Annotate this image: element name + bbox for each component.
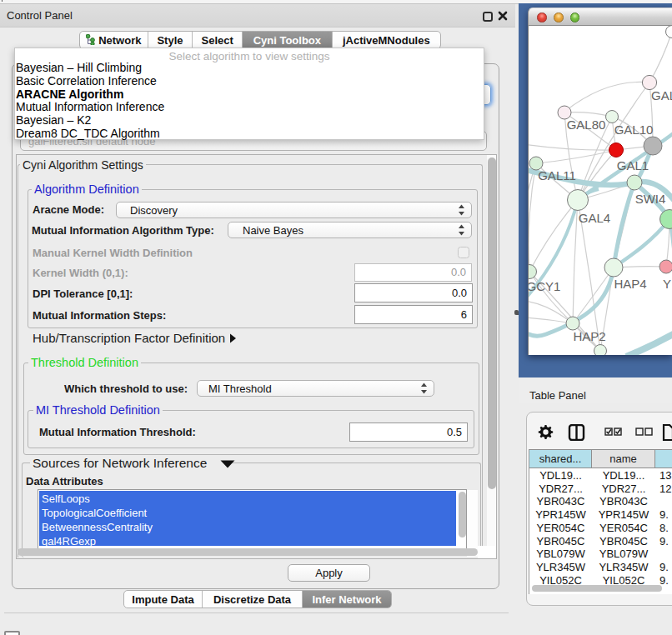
svg-text:SWI4: SWI4 — [635, 192, 666, 206]
svg-text:Y: Y — [663, 277, 671, 291]
svg-text:GAL: GAL — [651, 88, 672, 102]
svg-text:GAL1: GAL1 — [617, 158, 649, 172]
svg-text:HAP4: HAP4 — [614, 277, 646, 291]
svg-text:GAL80: GAL80 — [567, 118, 606, 132]
svg-text:GAL11: GAL11 — [538, 168, 576, 182]
svg-text:GCY1: GCY1 — [528, 279, 560, 293]
svg-text:GAL10: GAL10 — [614, 122, 654, 137]
svg-text:HAP2: HAP2 — [573, 329, 605, 343]
svg-text:GAL4: GAL4 — [579, 211, 610, 225]
